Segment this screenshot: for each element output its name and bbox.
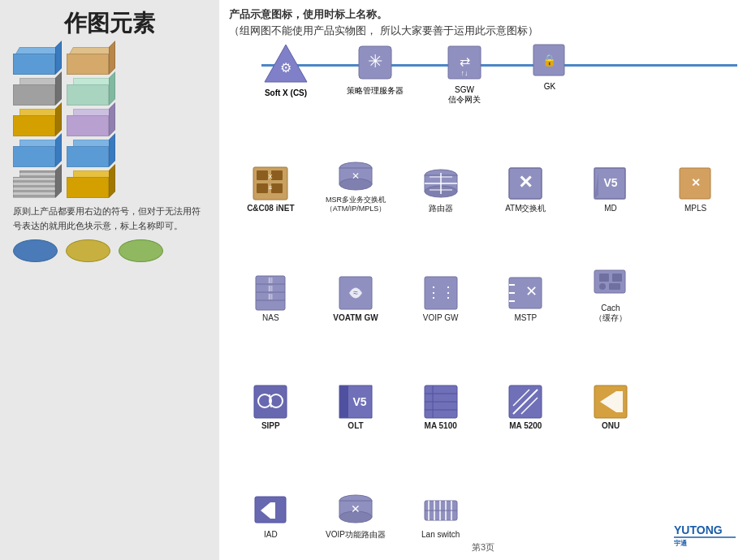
svg-text:✕: ✕ [525,283,538,299]
svg-text:↑↓: ↑↓ [461,69,468,77]
icon-line-section: ⚙ Soft X (CS) ✳ 策略管理服务器 ⇄ ↑↓ SGW 信令 [229,41,737,106]
voiprouter-icon: ✕ [335,492,376,528]
atm-icon: ✕ [505,166,546,202]
blank-cell-3 [484,434,568,540]
nas-cell: ||| ||| ||| NAS [229,217,313,323]
svg-text:⇄: ⇄ [460,54,470,68]
gk-label: GK [521,82,578,91]
policy-icon-cell: ✳ 策略管理服务器 [343,43,408,97]
ma5200-icon [505,383,546,420]
ma5100-label: MA 5100 [425,421,457,431]
cach-icon [590,265,631,302]
olt-icon: V5 [335,383,376,420]
svg-text:YUTONG: YUTONG [674,523,723,536]
voatm-label: VOATM GW [333,313,378,323]
color-row-5 [6,170,213,198]
mpls-icon: ✕ [676,166,716,202]
svg-text:✳: ✳ [368,51,382,71]
blank-cell-4 [569,434,653,540]
cc08-label: C&C08 iNET [247,204,294,213]
voipgw-cell: ⋮⋮ VOIP GW [399,217,482,323]
iad-icon [250,492,291,528]
voatm-cell: ≈ VOATM GW [314,217,398,323]
sgw-label: SGW 信令网关 [432,85,497,106]
mstp-icon: ✕ [505,275,546,312]
svg-text:✕: ✕ [518,172,533,192]
color-row-3 [6,109,213,136]
right-panel: 产品示意图标，使用时标上名称。 （组网图不能使用产品实物图， 所以大家要善于运用… [219,0,747,560]
svg-rect-11 [271,170,283,180]
sipp-cell: SIPP [229,326,313,432]
ma5100-icon [421,383,461,420]
lanswitch-label: Lan switch [421,530,460,540]
color-blocks: 原则上产品都要用右边的符号，但对于无法用符号表达的就用此色块示意，标上名称即可。 [6,47,213,552]
icons-grid: X ≡ C&C08 iNET ✕ MSR多业务交换机（ATM/IP/MPLS） [229,108,737,540]
onu-label: ONU [602,421,620,431]
block-gray [13,78,62,106]
olt-cell: V5 OLT [314,326,398,432]
sipp-label: SIPP [261,421,280,431]
svg-text:V5: V5 [603,176,617,189]
msr-label: MSR多业务交换机（ATM/IP/MPLS） [326,196,386,213]
router-cell: 路由器 [399,108,482,213]
block-blue [13,47,62,75]
svg-text:⚙: ⚙ [280,61,291,75]
voatm-icon: ≈ [335,275,376,312]
svg-text:V5: V5 [352,395,366,408]
oval-blue [13,239,58,262]
svg-rect-56 [609,283,620,290]
block-tan [67,47,115,75]
svg-text:|||: ||| [269,285,274,291]
router-label: 路由器 [429,204,453,213]
color-row-4 [6,140,213,167]
block-gold2 [67,170,115,198]
svg-point-55 [599,283,606,290]
atm-cell: ✕ ATM交换机 [484,108,568,213]
iad-label: IAD [264,530,278,540]
block-gold [13,109,62,136]
voipgw-label: VOIP GW [423,313,459,323]
cc08-cell: X ≡ C&C08 iNET [229,108,313,213]
msr-icon: ✕ [335,157,376,194]
svg-text:≡: ≡ [269,184,273,192]
top-line2: （组网图不能使用产品实物图， 所以大家要善于运用此示意图标） [229,23,737,39]
md-label: MD [604,204,617,213]
logo: YUTONG 宇通 [674,516,739,552]
page-number: 第3页 [229,541,737,554]
mpls-label: MPLS [684,204,706,213]
svg-text:✕: ✕ [691,176,701,189]
svg-text:|||: ||| [269,277,274,283]
main-page: 作图元素 [0,0,747,560]
cach-label: Cach（缓存） [594,304,627,323]
sipp-icon [250,383,291,420]
svg-rect-12 [257,183,268,193]
svg-text:✕: ✕ [351,502,361,515]
svg-rect-10 [257,170,268,180]
svg-text:🔒: 🔒 [542,54,557,67]
voipgw-icon: ⋮⋮ [421,275,461,312]
lanswitch-icon [421,492,461,528]
h-line [261,64,737,67]
svg-rect-53 [599,274,609,282]
block-blue2 [13,140,62,167]
softx-icon-cell: ⚙ Soft X (CS) [253,41,318,97]
lanswitch-cell: Lan switch [399,434,482,540]
policy-icon: ✳ [356,43,395,82]
msr-cell: ✕ MSR多业务交换机（ATM/IP/MPLS） [314,108,398,213]
iad-cell: IAD [229,434,313,540]
voiprouter-cell: ✕ VOIP功能路由器 [314,434,398,540]
svg-text:≈: ≈ [353,288,358,297]
softx-icon: ⚙ [263,41,309,85]
block-blue3 [67,140,115,167]
policy-label: 策略管理服务器 [343,85,408,97]
top-description: 产品示意图标，使用时标上名称。 （组网图不能使用产品实物图， 所以大家要善于运用… [229,6,737,38]
cc08-icon: X ≡ [250,166,291,202]
svg-rect-13 [271,183,283,193]
block-mint [67,78,115,106]
oval-row [6,239,213,262]
color-row-1 [6,47,213,75]
mstp-cell: ✕ MSTP [484,217,568,323]
ma5200-label: MA 5200 [509,421,542,431]
olt-label: OLT [348,421,363,431]
md-cell: V5 MD [569,108,653,213]
